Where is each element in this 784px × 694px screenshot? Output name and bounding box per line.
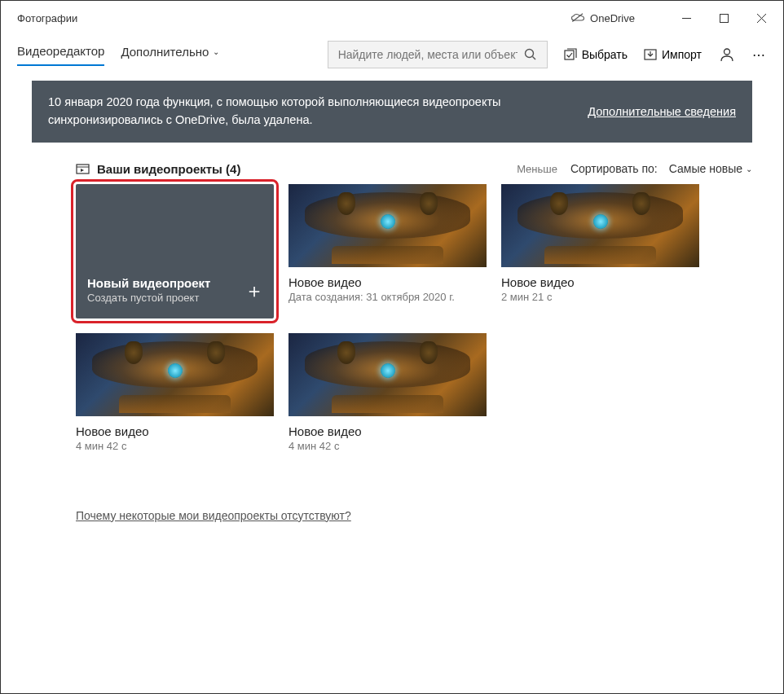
user-avatar[interactable]	[718, 46, 736, 64]
project-thumbnail	[501, 184, 699, 267]
svg-point-5	[525, 50, 533, 58]
project-meta: 2 мин 21 с	[501, 291, 699, 303]
select-button[interactable]: Выбрать	[564, 48, 628, 61]
project-title: Новое видео	[501, 275, 699, 289]
project-title: Новое видео	[288, 275, 487, 289]
project-card[interactable]: Новое видео 4 мин 42 с	[288, 333, 487, 452]
svg-rect-11	[77, 165, 89, 174]
project-thumbnail	[288, 333, 487, 416]
svg-point-10	[725, 49, 730, 55]
toolbar: Видеоредактор Дополнительно⌄ Выбрать Имп…	[1, 35, 783, 74]
svg-marker-13	[81, 169, 84, 172]
new-project-card[interactable]: Новый видеопроект Создать пустой проект …	[76, 184, 274, 318]
projects-grid: Новый видеопроект Создать пустой проект …	[1, 184, 783, 452]
notification-banner: 10 января 2020 года функция, с помощью к…	[32, 81, 752, 143]
project-card[interactable]: Новое видео 4 мин 42 с	[76, 333, 274, 452]
missing-projects-link[interactable]: Почему некоторые мои видеопроекты отсутс…	[76, 509, 351, 522]
tab-more[interactable]: Дополнительно⌄	[121, 45, 219, 65]
project-thumbnail	[76, 333, 274, 416]
project-card[interactable]: Новое видео 2 мин 21 с	[501, 184, 699, 318]
plus-icon: ＋	[244, 278, 264, 304]
projects-icon	[76, 162, 90, 175]
section-title: Ваши видеопроекты (4)	[97, 162, 510, 176]
new-project-subtitle: Создать пустой проект	[87, 292, 262, 304]
sort-label: Сортировать по:	[570, 162, 658, 175]
new-project-title: Новый видеопроект	[87, 276, 262, 290]
more-button[interactable]: ⋯	[752, 47, 767, 63]
sort-value[interactable]: Самые новые⌄	[669, 162, 752, 175]
onedrive-label: OneDrive	[590, 12, 635, 24]
svg-rect-2	[720, 14, 728, 22]
project-title: Новое видео	[288, 424, 487, 438]
project-meta: 4 мин 42 с	[76, 440, 274, 452]
project-thumbnail	[288, 184, 487, 267]
banner-text: 10 января 2020 года функция, с помощью к…	[48, 94, 588, 130]
svg-line-6	[532, 57, 535, 60]
search-input[interactable]	[328, 41, 548, 68]
search-field[interactable]	[338, 48, 518, 61]
project-card[interactable]: Новое видео Дата создания: 31 октября 20…	[288, 184, 487, 318]
title-bar: Фотографии OneDrive	[1, 1, 783, 35]
select-icon	[564, 48, 577, 61]
tab-video-editor[interactable]: Видеоредактор	[17, 44, 104, 66]
close-button[interactable]	[742, 5, 780, 31]
import-icon	[644, 48, 657, 61]
project-meta: 4 мин 42 с	[288, 440, 487, 452]
search-icon	[524, 48, 537, 61]
svg-rect-7	[565, 51, 574, 59]
maximize-button[interactable]	[705, 5, 742, 31]
less-link[interactable]: Меньше	[517, 163, 557, 175]
app-title: Фотографии	[17, 12, 570, 24]
import-button[interactable]: Импорт	[644, 48, 702, 61]
section-header: Ваши видеопроекты (4) Меньше Сортировать…	[1, 143, 783, 184]
project-title: Новое видео	[76, 424, 274, 438]
minimize-button[interactable]	[667, 5, 705, 31]
banner-link[interactable]: Дополнительные сведения	[588, 105, 736, 118]
project-meta: Дата создания: 31 октября 2020 г.	[288, 291, 487, 303]
search-button[interactable]	[518, 43, 544, 66]
onedrive-status[interactable]: OneDrive	[570, 12, 635, 24]
onedrive-offline-icon	[570, 12, 585, 24]
chevron-down-icon: ⌄	[213, 47, 219, 56]
chevron-down-icon: ⌄	[746, 165, 752, 174]
window-controls	[667, 5, 780, 31]
